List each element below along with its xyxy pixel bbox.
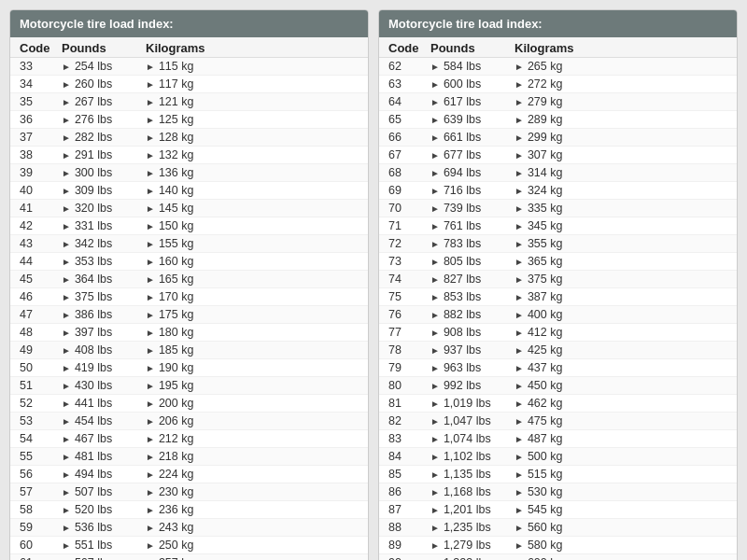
arrow-icon: ► — [514, 328, 524, 338]
left-data-rows: 33 ►254 lbs ►115 kg 34 ►260 lbs ►117 kg … — [10, 58, 368, 560]
arrow-icon: ► — [430, 115, 440, 125]
code-cell: 35 — [20, 95, 62, 108]
table-row: 54 ►467 lbs ►212 kg — [10, 430, 368, 448]
code-cell: 68 — [388, 166, 430, 179]
code-cell: 81 — [388, 397, 430, 410]
arrow-icon: ► — [430, 434, 440, 444]
arrow-icon: ► — [514, 168, 524, 178]
table-row: 88 ►1,235 lbs ►560 kg — [379, 519, 737, 537]
arrow-icon: ► — [514, 381, 524, 391]
left-panel: Motorcycle tire load index: Code Pounds … — [9, 9, 369, 560]
left-col-headers: Code Pounds Kilograms — [10, 37, 368, 58]
arrow-icon: ► — [146, 186, 155, 196]
table-row: 82 ►1,047 lbs ►475 kg — [379, 413, 737, 430]
table-row: 86 ►1,168 lbs ►530 kg — [379, 483, 737, 501]
arrow-icon: ► — [62, 328, 71, 338]
arrow-icon: ► — [430, 257, 440, 267]
pounds-cell: ►441 lbs — [62, 397, 146, 410]
code-cell: 89 — [388, 539, 430, 552]
kg-cell: ►115 kg — [146, 60, 230, 73]
code-cell: 83 — [388, 432, 430, 445]
pounds-cell: ►364 lbs — [62, 273, 146, 286]
table-row: 34 ►260 lbs ►117 kg — [10, 76, 368, 93]
arrow-icon: ► — [514, 221, 524, 231]
arrow-icon: ► — [62, 523, 71, 533]
table-row: 67 ►677 lbs ►307 kg — [379, 147, 737, 164]
arrow-icon: ► — [146, 345, 155, 356]
table-row: 35 ►267 lbs ►121 kg — [10, 93, 368, 111]
table-row: 70 ►739 lbs ►335 kg — [379, 200, 737, 217]
arrow-icon: ► — [146, 363, 155, 373]
kg-cell: ►412 kg — [514, 326, 599, 339]
kg-cell: ►165 kg — [146, 273, 230, 286]
arrow-icon: ► — [62, 310, 71, 320]
pounds-cell: ►827 lbs — [430, 273, 514, 286]
arrow-icon: ► — [430, 168, 440, 178]
table-row: 58 ►520 lbs ►236 kg — [10, 501, 368, 519]
code-cell: 90 — [388, 556, 430, 560]
pounds-cell: ►783 lbs — [430, 237, 514, 250]
table-row: 38 ►291 lbs ►132 kg — [10, 147, 368, 164]
table-row: 61 ►567 lbs ►257 kg — [10, 554, 368, 560]
kg-cell: ►272 kg — [514, 77, 599, 91]
arrow-icon: ► — [62, 363, 71, 373]
kg-cell: ►400 kg — [514, 308, 599, 321]
table-row: 76 ►882 lbs ►400 kg — [379, 306, 737, 324]
right-col-code: Code — [388, 41, 430, 55]
arrow-icon: ► — [514, 452, 524, 462]
pounds-cell: ►584 lbs — [430, 60, 514, 73]
table-row: 71 ►761 lbs ►345 kg — [379, 217, 737, 235]
pounds-cell: ►1,323 lbs — [430, 556, 514, 560]
code-cell: 41 — [20, 202, 62, 215]
table-row: 68 ►694 lbs ►314 kg — [379, 164, 737, 182]
arrow-icon: ► — [62, 469, 71, 480]
pounds-cell: ►353 lbs — [62, 255, 146, 268]
kg-cell: ►230 kg — [146, 485, 230, 498]
arrow-icon: ► — [146, 150, 155, 161]
code-cell: 47 — [20, 308, 62, 321]
left-col-code: Code — [20, 41, 62, 55]
arrow-icon: ► — [146, 540, 155, 551]
kg-cell: ►365 kg — [514, 255, 599, 268]
table-row: 65 ►639 lbs ►289 kg — [379, 111, 737, 129]
table-row: 50 ►419 lbs ►190 kg — [10, 359, 368, 377]
pounds-cell: ►520 lbs — [62, 503, 146, 516]
kg-cell: ►145 kg — [146, 202, 230, 215]
pounds-cell: ►617 lbs — [430, 95, 514, 108]
pounds-cell: ►1,102 lbs — [430, 450, 514, 463]
code-cell: 82 — [388, 414, 430, 427]
pounds-cell: ►408 lbs — [62, 343, 146, 357]
arrow-icon: ► — [62, 381, 71, 391]
code-cell: 71 — [388, 219, 430, 232]
code-cell: 53 — [20, 414, 62, 427]
code-cell: 75 — [388, 290, 430, 303]
kg-cell: ►425 kg — [514, 343, 599, 357]
pounds-cell: ►494 lbs — [62, 468, 146, 481]
pounds-cell: ►992 lbs — [430, 379, 514, 392]
page-container: Motorcycle tire load index: Code Pounds … — [9, 9, 738, 560]
arrow-icon: ► — [146, 505, 155, 515]
pounds-cell: ►267 lbs — [62, 95, 146, 108]
pounds-cell: ►430 lbs — [62, 379, 146, 392]
code-cell: 42 — [20, 219, 62, 232]
arrow-icon: ► — [514, 540, 524, 551]
table-row: 81 ►1,019 lbs ►462 kg — [379, 395, 737, 413]
arrow-icon: ► — [146, 274, 155, 285]
kg-cell: ►345 kg — [514, 219, 599, 232]
pounds-cell: ►276 lbs — [62, 113, 146, 126]
kg-cell: ►175 kg — [146, 308, 230, 321]
arrow-icon: ► — [62, 221, 71, 231]
left-col-pounds: Pounds — [62, 41, 146, 55]
kg-cell: ►580 kg — [514, 539, 599, 552]
table-row: 45 ►364 lbs ►165 kg — [10, 271, 368, 288]
arrow-icon: ► — [430, 328, 440, 338]
kg-cell: ►299 kg — [514, 131, 599, 144]
arrow-icon: ► — [146, 469, 155, 480]
kg-cell: ►437 kg — [514, 361, 599, 374]
arrow-icon: ► — [430, 487, 440, 497]
code-cell: 43 — [20, 237, 62, 250]
table-row: 78 ►937 lbs ►425 kg — [379, 342, 737, 359]
code-cell: 67 — [388, 148, 430, 161]
kg-cell: ►500 kg — [514, 450, 599, 463]
code-cell: 69 — [388, 184, 430, 197]
